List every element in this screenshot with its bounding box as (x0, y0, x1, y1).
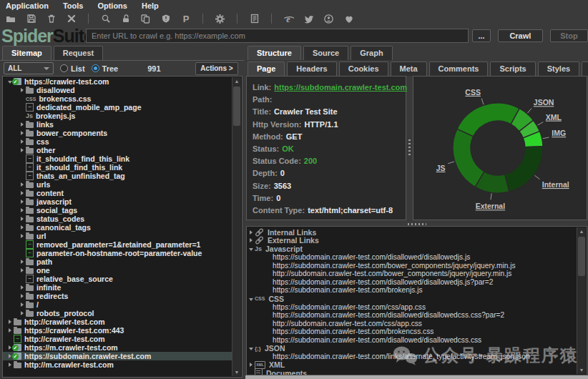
tree-item-https-m-crawler-test-com[interactable]: ✓https://m.crawler-test.com (3, 343, 232, 352)
globe-icon[interactable] (323, 14, 334, 24)
unlock-icon[interactable] (120, 14, 131, 24)
tree-item-item[interactable]: / (3, 300, 232, 309)
tree-item-removed-parameter-1-retained-parameter-1[interactable]: ~removed_parameter=1&retained_parameter=… (3, 240, 232, 249)
menu-help[interactable]: Help (142, 1, 159, 10)
closed-expander-icon[interactable] (247, 230, 255, 235)
subtab-styles[interactable]: Styles (538, 61, 579, 76)
tree-item-status-codes[interactable]: status_codes (3, 215, 232, 223)
subtab-scripts[interactable]: Scripts (490, 61, 535, 76)
menu-options[interactable]: Options (97, 1, 127, 10)
menu-application[interactable]: Application (6, 1, 49, 10)
closed-expander-icon[interactable] (18, 302, 26, 307)
closed-expander-icon[interactable] (18, 148, 26, 152)
menu-tools[interactable]: Tools (63, 1, 84, 10)
tree-item-urls[interactable]: urls (3, 180, 232, 189)
tree-item-robots-protocol[interactable]: robots_protocol (3, 309, 232, 318)
links-group-css[interactable]: CSSCSS (247, 295, 577, 303)
proxy-icon[interactable]: P (180, 14, 191, 24)
tree-item-url[interactable]: url (3, 232, 232, 240)
tree-item-http-m-crawler-test-com[interactable]: http://m.crawler-test.com (3, 360, 232, 369)
tree-item-http-crawler-test-com[interactable]: http://crawler-test.com (3, 318, 232, 326)
links-group-internal-links[interactable]: Internal Links (247, 228, 577, 237)
scroll-up-icon[interactable]: ▲ (577, 227, 586, 235)
links-group-xml[interactable]: XMLXML (247, 361, 577, 370)
browser-icon[interactable]: e (283, 14, 294, 24)
links-group-javascript[interactable]: JsJavascript (247, 245, 577, 253)
tab-request[interactable]: Request (54, 46, 103, 60)
open-expander-icon[interactable] (247, 297, 255, 301)
tree-item-https-crawler-test-com-443[interactable]: https://crawler-test.com:443 (3, 326, 232, 335)
link-url-https-subdomain-crawler-test-com-disallo[interactable]: https://subdomain.crawler-test.com/disal… (247, 253, 577, 262)
list-radio[interactable]: List (60, 64, 85, 73)
scroll-up-icon[interactable]: ▲ (232, 77, 241, 85)
heart-icon[interactable] (343, 14, 354, 24)
tab-source[interactable]: Source (303, 46, 348, 60)
delete-icon[interactable] (46, 14, 57, 24)
open-expander-icon[interactable] (247, 346, 255, 350)
subtab-meta[interactable]: Meta (391, 61, 427, 76)
tree-item-it-should-find-this-link[interactable]: ~it_should_find_this_link (3, 163, 232, 172)
tree-item-bower-components[interactable]: bower_components (3, 129, 232, 137)
url-input[interactable] (86, 29, 469, 43)
tree-item-it-shouldnt-find-this-link[interactable]: ~it_shouldnt_find_this_link (3, 154, 232, 163)
closed-expander-icon[interactable] (18, 285, 26, 290)
tree-item-brokenjs-js[interactable]: Jsbrokenjs.js (3, 112, 232, 120)
tree-item-parameter-on-hostname-root-parameter-value[interactable]: ~parameter-on-hostname-root=parameter-va… (3, 249, 232, 257)
scrollbar-thumb[interactable] (578, 237, 585, 276)
scroll-down-icon[interactable]: ▼ (232, 368, 241, 376)
settings-gear-icon[interactable] (215, 14, 225, 24)
links-group-external-links[interactable]: External Links (247, 237, 577, 245)
subtab-forms[interactable]: Forms (582, 61, 588, 76)
tree-item-social-tags[interactable]: social_tags (3, 206, 232, 215)
report-icon[interactable] (249, 14, 260, 24)
closed-expander-icon[interactable] (18, 234, 26, 238)
closed-expander-icon[interactable] (18, 122, 26, 127)
closed-expander-icon[interactable] (18, 217, 26, 221)
closed-expander-icon[interactable] (18, 139, 26, 144)
subtab-cookies[interactable]: Cookies (339, 61, 388, 76)
save-icon[interactable] (26, 14, 36, 24)
links-group-json[interactable]: {;}JSON (247, 344, 577, 353)
subtab-comments[interactable]: Comments (429, 61, 489, 76)
closed-expander-icon[interactable] (6, 328, 14, 333)
closed-expander-icon[interactable] (18, 191, 26, 195)
closed-expander-icon[interactable] (18, 208, 26, 212)
link-url-https-subdomain-crawler-test-com-bower-c[interactable]: https://subdomain.crawler-test.com/bower… (247, 261, 577, 270)
copy-icon[interactable] (140, 14, 151, 24)
link-url-https-subdomain-crawler-test-com-brokenc[interactable]: https://subdomain.crawler-test.com/broke… (247, 328, 577, 336)
closed-expander-icon[interactable] (18, 200, 26, 204)
tree-item-disallowed[interactable]: disallowed (3, 86, 232, 94)
link-url-https-subdomain-crawler-test-com-disallo[interactable]: https://subdomain.crawler-test.com/disal… (247, 336, 577, 345)
closed-expander-icon[interactable] (18, 294, 26, 298)
bottom-horizontal-scrollbar[interactable] (245, 375, 588, 379)
tree-radio[interactable]: Tree (92, 64, 119, 73)
tree-item-relative-base-source[interactable]: ~relative_base_source (3, 275, 232, 283)
scrollbar-thumb[interactable] (233, 87, 240, 126)
tree-item-thats-an-unfinished-tag[interactable]: ~thats_an_unfinished_tag (3, 172, 232, 180)
filter-dropdown[interactable]: ALL (4, 62, 54, 74)
tree-item-javascript[interactable]: javascript (3, 197, 232, 206)
open-project-icon[interactable] (6, 14, 16, 24)
tree-item-other[interactable]: other (3, 146, 232, 154)
clear-icon[interactable] (66, 14, 77, 24)
link-url-https-subdomain-crawler-test-com-disallo[interactable]: https://subdomain.crawler-test.com/disal… (247, 278, 577, 287)
tree-item-infinite[interactable]: infinite (3, 283, 232, 292)
closed-expander-icon[interactable] (247, 363, 255, 367)
tab-structure[interactable]: Structure (248, 46, 301, 60)
donut-segment-internal[interactable] (505, 147, 543, 192)
crawl-button[interactable]: Crawl (498, 29, 543, 42)
link-url-http-subdomain-crawler-test-com-css-app-[interactable]: http://subdomain.crawler-test.com/css/ap… (247, 320, 577, 328)
closed-expander-icon[interactable] (247, 238, 255, 242)
open-expander-icon[interactable] (247, 247, 255, 251)
closed-expander-icon[interactable] (18, 311, 26, 315)
sitemap-scrollbar[interactable]: ▲ ▼ (232, 77, 241, 376)
link-url-https-subdomain-crawler-test-com-css-app[interactable]: https://subdomain.crawler-test.com/css/a… (247, 302, 577, 311)
tree-item-path[interactable]: path (3, 257, 232, 266)
tab-graph[interactable]: Graph (351, 46, 392, 60)
tree-item-css[interactable]: css (3, 137, 232, 146)
tree-item-https-crawler-test-com[interactable]: ✓https://crawler-test.com (3, 77, 232, 86)
stop-button[interactable]: Stop (550, 29, 588, 42)
donut-segment-css[interactable] (457, 103, 519, 137)
closed-expander-icon[interactable] (18, 225, 26, 230)
closed-expander-icon[interactable] (18, 182, 26, 187)
